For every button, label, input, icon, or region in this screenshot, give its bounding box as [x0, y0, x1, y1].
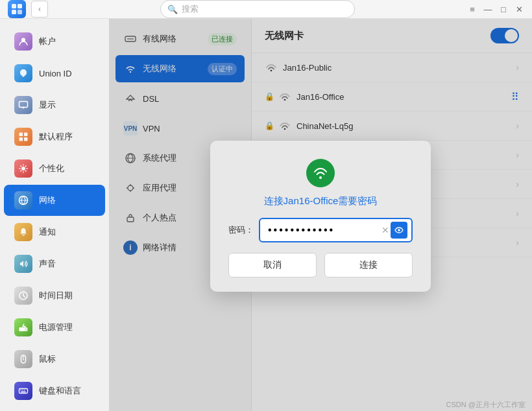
svg-rect-20 [19, 389, 28, 393]
cancel-button[interactable]: 取消 [228, 253, 317, 277]
main-layout: 帐户 Union ID 显示 默认程序 个性化 [0, 19, 532, 411]
account-icon [14, 32, 32, 51]
dialog-password-row: 密码： ✕ [228, 218, 413, 242]
dialog-wifi-icon [306, 159, 335, 187]
search-placeholder: 搜索 [182, 3, 199, 15]
display-icon [14, 96, 32, 114]
back-button[interactable]: ‹ [31, 1, 48, 18]
svg-rect-2 [12, 10, 16, 14]
svg-point-38 [398, 229, 400, 231]
app-icon [8, 0, 26, 18]
input-clear-button[interactable]: ✕ [381, 225, 389, 235]
svg-point-37 [319, 176, 322, 179]
dialog-password-label: 密码： [228, 224, 254, 236]
svg-rect-8 [19, 133, 23, 137]
sidebar-item-keyboard[interactable]: 键盘和语言 [4, 375, 105, 406]
keyboard-icon [14, 382, 32, 400]
maximize-button[interactable]: □ [498, 4, 509, 14]
sidebar-label-notify: 通知 [39, 226, 56, 238]
connect-button[interactable]: 连接 [324, 253, 413, 277]
sidebar-item-sound[interactable]: 声音 [4, 248, 105, 279]
content-area: 有线网络 已连接 无线网络 认证中 DSL [109, 19, 532, 411]
sidebar-label-display: 显示 [39, 99, 56, 111]
sidebar-item-account[interactable]: 帐户 [4, 26, 105, 57]
minimize-button[interactable]: — [483, 4, 493, 14]
dialog-title: 连接Jan16-Office需要密码 [228, 195, 413, 207]
time-icon [14, 287, 32, 305]
dialog-icon [228, 159, 413, 187]
sidebar-item-network[interactable]: 网络 [4, 185, 105, 216]
sidebar-item-mouse[interactable]: 鼠标 [4, 344, 105, 375]
svg-rect-10 [19, 137, 23, 141]
sidebar-label-keyboard: 键盘和语言 [39, 385, 81, 397]
svg-rect-3 [18, 10, 22, 14]
titlebar-left: ‹ [8, 0, 48, 18]
sidebar-label-mouse: 鼠标 [39, 353, 56, 365]
dialog-network-name: Jan16-Office [284, 195, 339, 206]
dialog-title-prefix: 连接 [264, 195, 284, 206]
sidebar-item-defaults[interactable]: 默认程序 [4, 121, 105, 152]
svg-point-19 [23, 359, 24, 360]
sidebar-item-power[interactable]: 电源管理 [4, 312, 105, 343]
svg-rect-16 [19, 327, 25, 331]
svg-rect-11 [24, 137, 28, 141]
password-input[interactable] [259, 218, 413, 242]
svg-rect-0 [12, 4, 16, 8]
defaults-icon [14, 128, 32, 146]
dialog-title-suffix: 需要密码 [338, 195, 377, 206]
dialog-input-wrap: ✕ [259, 218, 413, 242]
svg-rect-5 [19, 102, 28, 108]
titlebar-controls: ≡ — □ ✕ [467, 4, 524, 14]
svg-point-12 [21, 167, 25, 170]
sidebar-label-defaults: 默认程序 [39, 131, 73, 143]
sidebar-item-notify[interactable]: 通知 [4, 217, 105, 248]
dialog-overlay: 连接Jan16-Office需要密码 密码： ✕ 取消 连接 [109, 19, 532, 411]
sidebar-label-personal: 个性化 [39, 163, 64, 174]
personal-icon [14, 159, 32, 178]
show-password-button[interactable] [391, 222, 407, 239]
svg-rect-9 [24, 133, 28, 137]
notify-icon [14, 223, 32, 241]
sidebar-item-personal[interactable]: 个性化 [4, 153, 105, 184]
unionid-icon [14, 64, 32, 82]
mouse-icon [14, 350, 32, 368]
search-bar[interactable]: 🔍 搜索 [160, 0, 355, 18]
network-icon [14, 191, 32, 209]
sidebar-label-unionid: Union ID [39, 69, 72, 78]
menu-button[interactable]: ≡ [467, 4, 478, 14]
sidebar-label-time: 时间日期 [39, 290, 73, 301]
sidebar-label-power: 电源管理 [39, 322, 73, 333]
sidebar-item-display[interactable]: 显示 [4, 89, 105, 121]
svg-rect-1 [18, 4, 22, 8]
sidebar-item-time[interactable]: 时间日期 [4, 280, 105, 311]
power-icon [14, 318, 32, 336]
sidebar-label-network: 网络 [39, 194, 56, 206]
titlebar: ‹ 🔍 搜索 ≡ — □ ✕ [0, 0, 532, 19]
sidebar-item-unionid[interactable]: Union ID [4, 58, 105, 89]
sound-icon [14, 255, 32, 273]
sidebar-label-sound: 声音 [39, 258, 56, 270]
dialog-buttons: 取消 连接 [228, 253, 413, 277]
search-icon: 🔍 [167, 5, 178, 14]
close-button[interactable]: ✕ [514, 4, 524, 14]
password-dialog: 连接Jan16-Office需要密码 密码： ✕ 取消 连接 [210, 141, 431, 292]
sidebar: 帐户 Union ID 显示 默认程序 个性化 [0, 19, 109, 411]
sidebar-label-account: 帐户 [39, 36, 56, 47]
